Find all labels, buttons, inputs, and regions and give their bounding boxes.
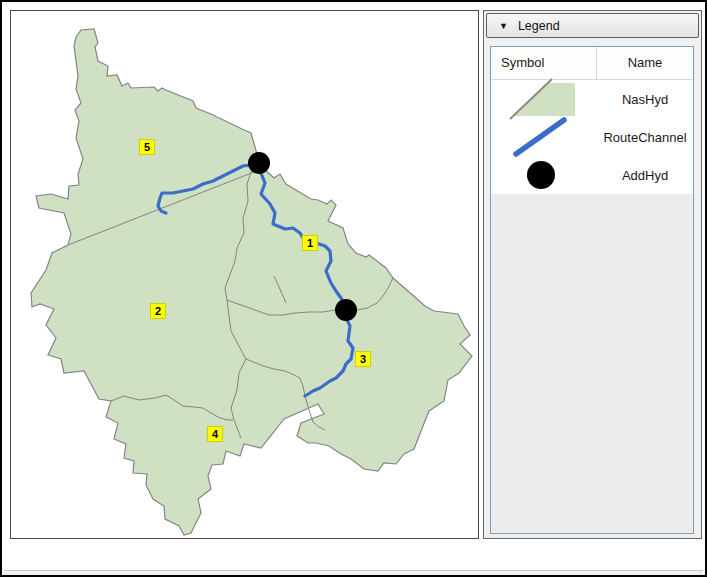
subcatchment-label[interactable]: 2 xyxy=(150,303,166,319)
collapse-arrow-icon[interactable]: ▼ xyxy=(499,21,508,31)
subcatchment-label[interactable]: 4 xyxy=(207,426,223,442)
legend-panel: ▼ Legend Symbol Name NasHyd xyxy=(483,10,702,539)
legend-table: Symbol Name NasHyd RouteCha xyxy=(490,46,694,534)
watershed-polygon[interactable] xyxy=(31,29,472,535)
addhyd-point[interactable] xyxy=(335,299,357,321)
column-header-name[interactable]: Name xyxy=(597,47,693,79)
subcatchment-label[interactable]: 3 xyxy=(355,351,371,367)
addhyd-point[interactable] xyxy=(248,152,270,174)
legend-item-name: RouteChannel xyxy=(597,130,693,145)
legend-table-header: Symbol Name xyxy=(491,47,693,80)
map-viewport[interactable]: 1 2 3 4 5 xyxy=(10,10,479,539)
watershed-map: 1 2 3 4 5 xyxy=(11,26,479,538)
nashyd-polygon-icon xyxy=(508,78,580,120)
legend-item-name: NasHyd xyxy=(597,92,693,107)
legend-item-name: AddHyd xyxy=(597,168,693,183)
column-header-symbol[interactable]: Symbol xyxy=(491,47,597,79)
subcatchment-label[interactable]: 1 xyxy=(302,235,318,251)
routechannel-line-icon xyxy=(508,116,580,158)
legend-header[interactable]: ▼ Legend xyxy=(486,13,699,38)
app-window: 1 2 3 4 5 ▼ Legend Symbol Name xyxy=(0,0,707,577)
status-bar xyxy=(4,539,703,570)
legend-row-nashyd[interactable]: NasHyd xyxy=(491,80,693,118)
legend-row-routechannel[interactable]: RouteChannel xyxy=(491,118,693,156)
legend-title: Legend xyxy=(518,19,560,33)
subcatchment-label[interactable]: 5 xyxy=(139,139,155,155)
addhyd-point-icon xyxy=(508,154,580,196)
bottom-groove xyxy=(4,570,703,576)
legend-row-addhyd[interactable]: AddHyd xyxy=(491,156,693,194)
